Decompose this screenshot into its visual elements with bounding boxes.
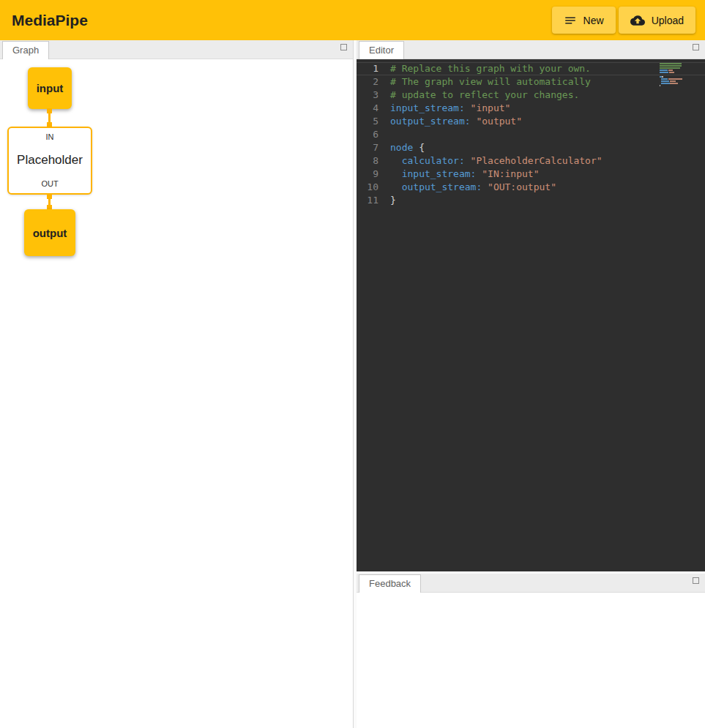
- code-line[interactable]: 2# The graph view will automatically: [357, 75, 705, 89]
- app-title: MediaPipe: [12, 12, 88, 29]
- line-number: 9: [357, 168, 390, 181]
- minimap-line: [660, 76, 696, 78]
- code-text: node {: [390, 141, 425, 154]
- code-line[interactable]: 6: [357, 128, 705, 141]
- line-number: 7: [357, 141, 390, 154]
- minimap-line: [660, 85, 696, 86]
- edge-line: [48, 195, 51, 209]
- code-line[interactable]: 7node {: [357, 141, 705, 154]
- line-number: 8: [357, 154, 390, 168]
- minimap-line: [660, 74, 696, 75]
- code-line[interactable]: 5output_stream: "output": [357, 115, 705, 128]
- code-text: input_stream: "IN:input": [390, 168, 540, 181]
- minimap-line: [660, 70, 696, 71]
- editor-maximize-icon[interactable]: [693, 44, 699, 50]
- line-number: 3: [357, 89, 390, 102]
- minimap-line: [660, 63, 696, 64]
- tab-editor[interactable]: Editor: [359, 41, 404, 59]
- right-column: Editor 1# Replace this graph with your o…: [357, 40, 705, 728]
- feedback-panel: Feedback: [357, 574, 705, 728]
- code-line[interactable]: 8 calculator: "PlaceholderCalculator": [357, 154, 705, 168]
- code-text: # The graph view will automatically: [390, 75, 591, 89]
- editor-panel: Editor 1# Replace this graph with your o…: [357, 40, 705, 571]
- code-line[interactable]: 1# Replace this graph with your own.: [357, 62, 705, 75]
- upload-button[interactable]: Upload: [619, 7, 695, 34]
- main-area: Graph input IN Placeholder OUT output: [0, 40, 705, 728]
- line-number: 1: [357, 62, 390, 75]
- graph-node-input[interactable]: input: [28, 67, 72, 109]
- line-number: 6: [357, 128, 390, 141]
- new-button-label: New: [583, 15, 604, 26]
- line-number: 2: [357, 75, 390, 89]
- code-line[interactable]: 9 input_stream: "IN:input": [357, 168, 705, 181]
- feedback-content: [357, 593, 705, 728]
- code-text: input_stream: "input": [390, 102, 510, 115]
- graph-tabstrip: Graph: [0, 40, 353, 59]
- line-number: 10: [357, 181, 390, 194]
- graph-panel: Graph input IN Placeholder OUT output: [0, 40, 354, 728]
- editor-minimap[interactable]: [660, 63, 696, 87]
- line-number: 4: [357, 102, 390, 115]
- out-port-label: OUT: [41, 179, 58, 188]
- minimap-line: [660, 78, 696, 80]
- line-number: 5: [357, 115, 390, 128]
- edge-line: [48, 109, 51, 127]
- new-button[interactable]: New: [552, 7, 616, 34]
- edge-placeholder-to-output: [46, 195, 53, 209]
- code-text: # Replace this graph with your own.: [390, 62, 591, 75]
- feedback-tabstrip: Feedback: [357, 574, 705, 593]
- line-number: 11: [357, 194, 390, 207]
- minimap-line: [660, 83, 696, 84]
- tab-feedback[interactable]: Feedback: [359, 574, 421, 593]
- edge-input-to-placeholder: [46, 109, 53, 127]
- feedback-maximize-icon[interactable]: [693, 577, 699, 584]
- code-line[interactable]: 4input_stream: "input": [357, 102, 705, 115]
- upload-button-label: Upload: [652, 15, 684, 26]
- graph-maximize-icon[interactable]: [340, 44, 347, 50]
- output-node-label: output: [33, 227, 67, 239]
- graph-node-output[interactable]: output: [24, 209, 75, 256]
- graph-node-placeholder[interactable]: IN Placeholder OUT: [7, 127, 92, 195]
- editor-tabstrip: Editor: [357, 40, 705, 59]
- code-text: }: [390, 194, 396, 207]
- in-port-label: IN: [46, 132, 54, 141]
- code-text: output_stream: "output": [390, 115, 522, 128]
- code-line[interactable]: 11}: [357, 194, 705, 207]
- tab-graph[interactable]: Graph: [2, 41, 49, 59]
- code-text: calculator: "PlaceholderCalculator": [390, 154, 603, 168]
- app-header: MediaPipe New Upload: [0, 0, 705, 40]
- code-editor[interactable]: 1# Replace this graph with your own.2# T…: [357, 59, 705, 571]
- code-line[interactable]: 3# update to reflect your changes.: [357, 89, 705, 102]
- minimap-line: [660, 67, 696, 69]
- code-text: # update to reflect your changes.: [390, 89, 579, 102]
- minimap-line: [660, 72, 696, 73]
- code-line[interactable]: 10 output_stream: "OUT:output": [357, 181, 705, 194]
- new-list-icon: [564, 14, 577, 27]
- input-node-label: input: [37, 82, 64, 94]
- placeholder-node-label: Placeholder: [17, 153, 83, 168]
- minimap-line: [660, 80, 696, 82]
- cloud-upload-icon: [630, 13, 645, 28]
- editor-lines: 1# Replace this graph with your own.2# T…: [357, 62, 705, 207]
- minimap-line: [660, 65, 696, 67]
- graph-canvas[interactable]: input IN Placeholder OUT output: [0, 59, 353, 728]
- code-text: output_stream: "OUT:output": [390, 181, 556, 194]
